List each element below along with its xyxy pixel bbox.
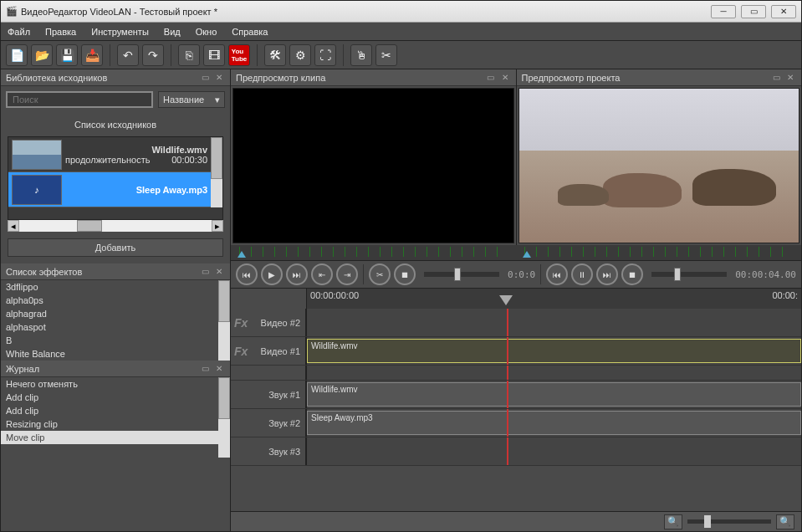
undock-icon[interactable]: ▭	[485, 72, 497, 84]
sort-dropdown[interactable]: Название ▾	[158, 91, 225, 108]
undo-icon[interactable]: ↶	[117, 44, 139, 66]
menu-edit[interactable]: Правка	[45, 27, 76, 37]
volume-slider[interactable]	[424, 272, 499, 277]
timeline-clip[interactable]: Wildlife.wmv	[307, 382, 801, 407]
effect-item[interactable]: alphagrad	[1, 307, 230, 320]
menu-view[interactable]: Вид	[164, 27, 181, 37]
media-item[interactable]: Wildlife.wmv продолжительность 00:00:30	[8, 137, 222, 172]
horizontal-scrollbar[interactable]: ◂ ▸	[8, 220, 223, 232]
track-label[interactable]: Fx Видео #2	[231, 309, 306, 336]
fullscreen-icon[interactable]: ⛶	[314, 44, 336, 66]
media-item[interactable]: ♪ Sleep Away.mp3	[8, 172, 222, 207]
search-input[interactable]	[6, 91, 153, 108]
close-panel-icon[interactable]: ✕	[213, 266, 225, 278]
transport-bar: ⏮ ▶ ⏭ ⇤ ⇥ ✂ ⏹ 0:0:0 ⏮ ⏸ ⏭ ⏹ 00:00:04.00	[231, 260, 801, 289]
ruler-marker-icon[interactable]	[238, 251, 246, 258]
zoom-slider[interactable]	[687, 519, 771, 524]
clip-ruler[interactable]	[231, 245, 516, 260]
project-volume-slider[interactable]	[651, 272, 727, 277]
youtube-icon[interactable]: YouTube	[228, 44, 250, 66]
menu-help[interactable]: Справка	[232, 27, 268, 37]
track-label[interactable]: Звук #3	[231, 437, 306, 465]
mark-out-button[interactable]: ⇥	[336, 263, 358, 285]
play-button[interactable]: ▶	[261, 263, 283, 285]
effect-item[interactable]: alphaspot	[1, 320, 230, 334]
track-label[interactable]: Звук #1	[231, 381, 306, 408]
undock-icon[interactable]: ▭	[199, 363, 211, 375]
zoom-in-button[interactable]: 🔍	[776, 514, 794, 529]
redo-icon[interactable]: ↷	[142, 44, 164, 66]
project-play-button[interactable]: ⏸	[571, 263, 593, 285]
fx-badge[interactable]: Fx	[234, 345, 248, 358]
menu-tools[interactable]: Инструменты	[91, 27, 149, 37]
effect-item[interactable]: B	[1, 334, 230, 347]
save-icon[interactable]: 💾	[56, 44, 78, 66]
project-prev-button[interactable]: ⏮	[546, 263, 568, 285]
journal-item[interactable]: Add clip	[1, 404, 230, 417]
import-icon[interactable]: 📥	[81, 44, 103, 66]
track-content[interactable]: Wildlife.wmv	[306, 381, 801, 408]
menu-file[interactable]: Файл	[8, 27, 30, 37]
undock-icon[interactable]: ▭	[770, 72, 782, 84]
close-panel-icon[interactable]: ✕	[784, 72, 796, 84]
media-list: Wildlife.wmv продолжительность 00:00:30 …	[8, 136, 223, 220]
timeline-clip[interactable]: Wildlife.wmv	[307, 339, 801, 363]
maximize-button[interactable]: ▭	[741, 5, 766, 18]
settings-icon[interactable]: 🛠	[264, 44, 286, 66]
export-icon[interactable]: 🎞	[203, 44, 225, 66]
project-preview-panel: Предпросмотр проекта ▭ ✕	[517, 69, 801, 245]
playhead-icon[interactable]	[499, 295, 513, 305]
close-panel-icon[interactable]: ✕	[499, 72, 511, 84]
track-label[interactable]: Fx Видео #1	[231, 337, 306, 365]
mark-in-button[interactable]: ⇤	[311, 263, 333, 285]
vertical-scrollbar[interactable]	[218, 280, 230, 361]
journal-header: Журнал ▭ ✕	[1, 361, 230, 377]
stop-button[interactable]: ⏹	[394, 263, 416, 285]
project-next-button[interactable]: ⏭	[596, 263, 618, 285]
new-project-icon[interactable]: 📄	[6, 44, 28, 66]
journal-item[interactable]: Move clip	[1, 431, 230, 444]
open-icon[interactable]: 📂	[31, 44, 53, 66]
close-button[interactable]: ✕	[771, 5, 796, 18]
project-stop-button[interactable]: ⏹	[621, 263, 643, 285]
pointer-tool-icon[interactable]: 🖱	[350, 44, 372, 66]
timeline-clip[interactable]: Sleep Away.mp3	[307, 411, 801, 435]
fx-badge[interactable]: Fx	[234, 316, 248, 330]
cut-button[interactable]: ✂	[369, 263, 391, 285]
track-label[interactable]: Звук #2	[231, 409, 306, 437]
render-icon[interactable]: ⎘	[178, 44, 200, 66]
vertical-scrollbar[interactable]	[211, 137, 222, 207]
undock-icon[interactable]: ▭	[199, 266, 211, 278]
effect-item[interactable]: alpha0ps	[1, 294, 230, 307]
toolbar-separator	[343, 44, 344, 66]
scroll-right-icon[interactable]: ▸	[212, 220, 223, 232]
wizard-icon[interactable]: ⚙	[289, 44, 311, 66]
cut-tool-icon[interactable]: ✂	[375, 44, 397, 66]
timeline-ruler[interactable]: 00:00:00:00 00:00:	[306, 289, 801, 309]
journal-item[interactable]: Нечего отменять	[1, 377, 230, 391]
next-frame-button[interactable]: ⏭	[286, 263, 308, 285]
clip-timecode: 0:0:0	[508, 269, 535, 280]
undock-icon[interactable]: ▭	[199, 72, 211, 84]
journal-item[interactable]: Resizing clip	[1, 417, 230, 431]
clip-preview-viewport[interactable]	[232, 88, 514, 243]
project-preview-viewport[interactable]	[518, 88, 800, 243]
scroll-left-icon[interactable]: ◂	[8, 220, 19, 232]
menu-window[interactable]: Окно	[196, 27, 217, 37]
track-content[interactable]: Wildlife.wmv	[306, 337, 801, 365]
prev-frame-button[interactable]: ⏮	[236, 263, 258, 285]
track-content[interactable]: Sleep Away.mp3	[306, 409, 801, 437]
zoom-out-button[interactable]: 🔍	[664, 514, 682, 529]
minimize-button[interactable]: ─	[711, 5, 736, 18]
track-content[interactable]	[306, 437, 801, 465]
journal-item[interactable]: Add clip	[1, 391, 230, 404]
vertical-scrollbar[interactable]	[218, 377, 230, 458]
effect-item[interactable]: 3dflippo	[1, 280, 230, 294]
project-ruler[interactable]	[516, 245, 801, 260]
close-panel-icon[interactable]: ✕	[213, 363, 225, 375]
ruler-marker-icon[interactable]	[523, 251, 531, 258]
close-panel-icon[interactable]: ✕	[213, 72, 225, 84]
add-media-button[interactable]: Добавить	[8, 238, 223, 257]
effect-item[interactable]: White Balance	[1, 347, 230, 361]
track-content[interactable]	[306, 309, 801, 336]
